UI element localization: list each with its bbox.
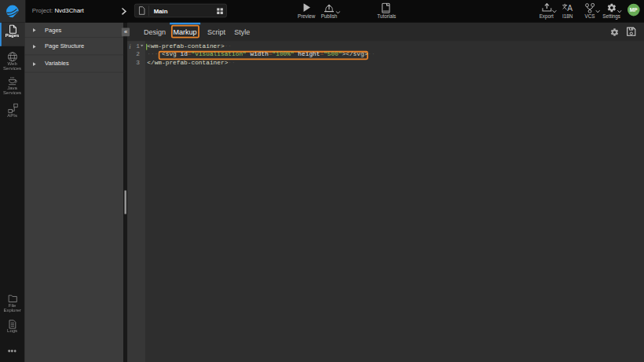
svg-text:A: A: [567, 4, 573, 12]
